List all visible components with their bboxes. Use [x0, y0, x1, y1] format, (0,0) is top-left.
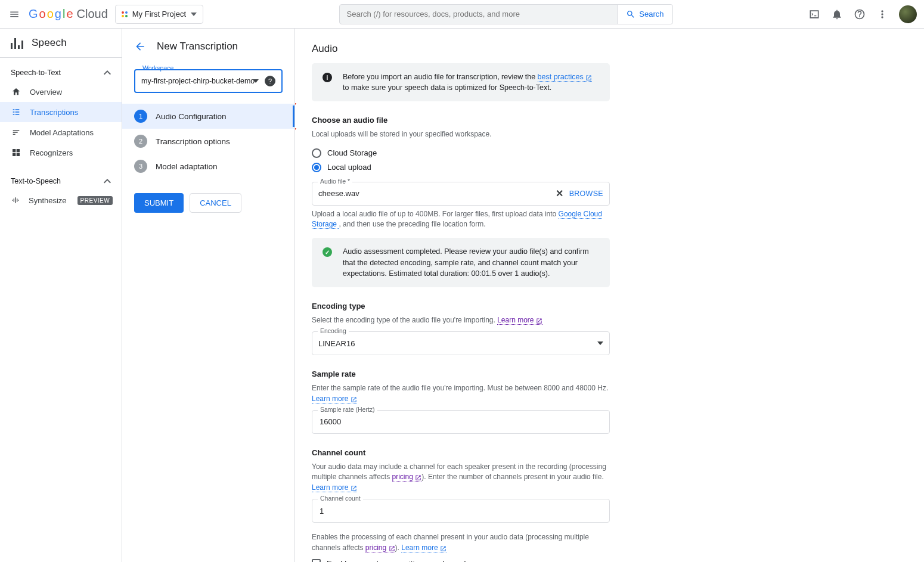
submit-button[interactable]: SUBMIT	[134, 193, 184, 213]
radio-cloud-storage[interactable]: Cloud Storage	[312, 146, 610, 160]
external-link-icon	[351, 396, 357, 403]
external-link-icon	[415, 474, 421, 481]
channel-heading: Channel count	[312, 448, 610, 457]
sidebar-item-recognizers[interactable]: Recognizers	[0, 142, 122, 163]
samplerate-input[interactable]	[318, 417, 603, 427]
sidebar-item-transcriptions[interactable]: Transcriptions	[0, 102, 122, 122]
audio-file-field: Audio file * cheese.wav ✕ BROWSE	[312, 182, 610, 206]
radio-checked-icon	[312, 163, 321, 172]
stepper-panel: New Transcription Workspace my-first-pro…	[122, 29, 295, 562]
caret-down-icon	[191, 13, 197, 16]
notifications-icon[interactable]	[831, 8, 843, 20]
sidebar-item-synthesize[interactable]: Synthesize PREVIEW	[0, 190, 122, 210]
assessment-banner: ✓ Audio assessment completed. Please rev…	[312, 238, 610, 287]
help-icon[interactable]	[854, 8, 866, 20]
step-audio-config[interactable]: 1 Audio Configuration	[122, 104, 294, 129]
channel-field: Channel count	[312, 499, 610, 523]
grid-icon	[11, 147, 21, 158]
pricing-link[interactable]: pricing	[392, 473, 422, 482]
back-arrow-icon[interactable]	[134, 41, 146, 52]
cloud-shell-icon[interactable]	[808, 8, 820, 20]
check-icon: ✓	[323, 247, 332, 257]
step-transcription-options[interactable]: 2 Transcription options	[122, 129, 294, 154]
samplerate-field: Sample rate (Hertz)	[312, 410, 610, 434]
encoding-learn-more-link[interactable]: Learn more	[497, 316, 542, 325]
speech-icon	[11, 37, 23, 49]
channel-learn-more-link[interactable]: Learn more	[312, 483, 357, 492]
list-icon	[11, 107, 21, 117]
search-input[interactable]	[340, 5, 618, 24]
more-icon[interactable]	[876, 8, 888, 20]
annotation-arrow	[295, 126, 300, 144]
nav-heading-tts[interactable]: Text-to-Speech	[0, 170, 122, 190]
wave-icon	[11, 195, 20, 206]
stepper: 1 Audio Configuration 2 Transcription op…	[122, 104, 294, 179]
audio-file-value: cheese.wav	[318, 189, 359, 198]
chevron-up-icon	[104, 70, 111, 75]
caret-down-icon	[253, 79, 259, 83]
radio-local-upload[interactable]: Local upload	[312, 160, 610, 175]
sidebar-item-overview[interactable]: Overview	[0, 82, 122, 102]
project-picker[interactable]: My First Project	[115, 5, 203, 24]
caret-down-icon	[597, 341, 603, 345]
external-link-icon	[389, 545, 395, 552]
chevron-up-icon	[104, 179, 111, 184]
google-cloud-logo[interactable]: Google Cloud	[29, 7, 108, 21]
page-title: New Transcription	[157, 41, 238, 52]
top-right-icons	[808, 5, 917, 23]
help-icon[interactable]: ?	[265, 76, 275, 86]
main-content: Audio i Before you import an audio file …	[295, 29, 924, 562]
product-header: Speech	[0, 29, 122, 58]
checkbox-icon[interactable]	[312, 559, 321, 562]
preview-badge: PREVIEW	[77, 196, 113, 205]
samplerate-heading: Sample rate	[312, 370, 610, 378]
tune-icon	[11, 127, 21, 138]
info-banner-best-practices: i Before you import an audio file for tr…	[312, 63, 610, 101]
home-icon	[11, 86, 21, 97]
avatar[interactable]	[899, 5, 917, 23]
choose-audio-help: Local uploads will be stored in your spe…	[312, 129, 610, 139]
browse-button[interactable]: BROWSE	[569, 190, 603, 198]
project-name: My First Project	[132, 10, 186, 18]
top-bar: Google Cloud My First Project Search	[0, 0, 924, 29]
search-button[interactable]: Search	[617, 5, 672, 24]
product-title: Speech	[32, 37, 67, 49]
encoding-select[interactable]: LINEAR16	[312, 331, 610, 355]
samplerate-learn-more-link[interactable]: Learn more	[312, 395, 357, 403]
encoding-field: Encoding LINEAR16	[312, 331, 610, 355]
workspace-select[interactable]: my-first-project-chirp-bucket-demo ?	[134, 69, 283, 93]
external-link-icon	[585, 74, 592, 81]
search-icon	[626, 10, 635, 19]
radio-icon	[312, 148, 321, 158]
hamburger-menu-icon[interactable]	[7, 7, 21, 21]
sidebar: Speech Speech-to-Text Overview Transcrip…	[0, 29, 122, 562]
external-link-icon	[351, 485, 357, 492]
encoding-heading: Encoding type	[312, 302, 610, 311]
cancel-button[interactable]: CANCEL	[190, 193, 241, 213]
info-icon: i	[323, 73, 332, 82]
sep-learn-more-link[interactable]: Learn more	[401, 544, 447, 552]
pricing-link-2[interactable]: pricing	[365, 544, 395, 552]
choose-audio-heading: Choose an audio file	[312, 116, 610, 125]
channel-input[interactable]	[318, 506, 603, 516]
external-link-icon	[536, 318, 542, 324]
annotation-arrow	[295, 101, 300, 119]
external-link-icon	[440, 545, 447, 552]
sidebar-item-model-adaptations[interactable]: Model Adaptations	[0, 122, 122, 142]
workspace-field: Workspace my-first-project-chirp-bucket-…	[134, 69, 283, 93]
global-search: Search	[339, 4, 673, 24]
best-practices-link[interactable]: best practices	[538, 73, 593, 82]
clear-icon[interactable]: ✕	[556, 188, 563, 199]
section-audio-title: Audio	[312, 43, 907, 55]
step-model-adaptation[interactable]: 3 Model adaptation	[122, 154, 294, 179]
nav-heading-stt[interactable]: Speech-to-Text	[0, 61, 122, 82]
separate-recognition-checkbox-row[interactable]: Enable separate recognition per channel.	[312, 559, 610, 562]
project-dots-icon	[122, 11, 128, 17]
